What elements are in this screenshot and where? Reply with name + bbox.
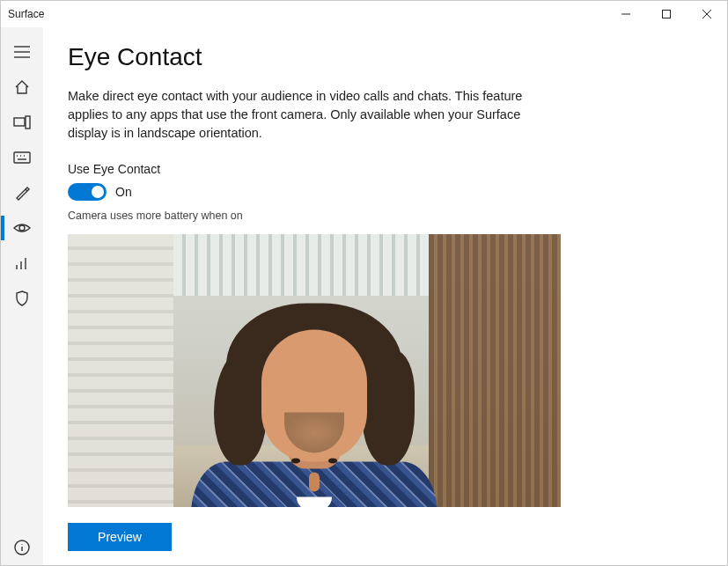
sidebar-item-keyboard[interactable] [1, 140, 43, 175]
devices-icon [13, 115, 31, 129]
subject-face [261, 329, 367, 461]
info-icon [14, 540, 30, 555]
preview-bg-left [68, 234, 173, 507]
sidebar-item-devices[interactable] [1, 105, 43, 140]
sidebar-item-pen[interactable] [1, 175, 43, 210]
titlebar: Surface [1, 1, 727, 27]
preview-subject [182, 303, 446, 507]
svg-rect-1 [663, 11, 671, 18]
preview-bg-ceiling [173, 234, 429, 296]
toggle-knob [92, 186, 104, 198]
sidebar-item-security[interactable] [1, 281, 43, 316]
sidebar-item-home[interactable] [1, 70, 43, 105]
home-icon [14, 79, 30, 95]
shield-icon [15, 290, 29, 306]
app-window: Surface [0, 0, 728, 566]
page-title: Eye Contact [68, 43, 697, 71]
preview-button[interactable]: Preview [68, 523, 172, 551]
sidebar-item-eye-contact[interactable] [1, 210, 43, 246]
subject-eye-right [328, 458, 337, 463]
battery-hint: Camera uses more battery when on [68, 209, 697, 222]
sidebar-item-info[interactable] [1, 530, 43, 565]
maximize-icon [662, 10, 671, 18]
pen-icon [14, 185, 30, 201]
sidebar [1, 27, 43, 565]
svg-rect-7 [14, 118, 25, 126]
minimize-icon [621, 10, 630, 18]
svg-rect-9 [14, 152, 30, 163]
keyboard-icon [13, 151, 31, 164]
toggle-row: On [68, 183, 697, 201]
main-content: Eye Contact Make direct eye contact with… [43, 27, 727, 565]
preview-bg-right [429, 234, 561, 507]
page-description: Make direct eye contact with your audien… [68, 87, 561, 143]
eye-contact-toggle[interactable] [68, 183, 107, 201]
sidebar-menu-button[interactable] [1, 34, 43, 70]
minimize-button[interactable] [606, 1, 646, 27]
close-button[interactable] [687, 1, 727, 27]
subject-eye-left [291, 458, 300, 463]
maximize-button[interactable] [646, 1, 687, 27]
window-title: Surface [8, 8, 44, 20]
hamburger-icon [14, 46, 30, 58]
app-body: Eye Contact Make direct eye contact with… [1, 27, 727, 565]
svg-rect-8 [26, 116, 30, 129]
camera-preview [68, 234, 561, 507]
window-controls [606, 1, 727, 27]
subject-nose [309, 472, 320, 491]
toggle-state-text: On [115, 185, 132, 199]
signal-icon [14, 256, 30, 270]
svg-point-14 [19, 225, 25, 231]
close-icon [702, 10, 711, 18]
toggle-label: Use Eye Contact [68, 162, 697, 176]
subject-mouth [297, 496, 332, 507]
eye-icon [13, 222, 31, 234]
sidebar-item-signal[interactable] [1, 246, 43, 281]
